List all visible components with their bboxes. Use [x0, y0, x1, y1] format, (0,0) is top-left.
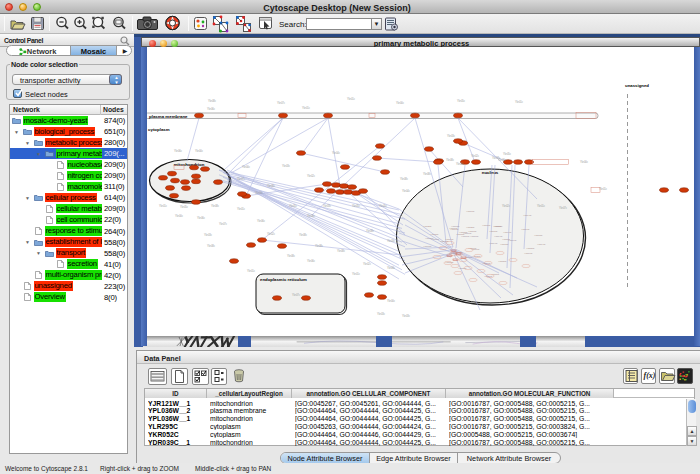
svg-text:Ykr02c: Ykr02c — [502, 204, 511, 208]
svg-text:Ykr06c: Ykr06c — [307, 214, 316, 218]
svg-text:Ykr08c: Ykr08c — [287, 254, 296, 258]
svg-text:Search:: Search: — [279, 20, 307, 29]
svg-text:Ynl15w: Ynl15w — [498, 260, 506, 263]
svg-text:Ykr08c: Ykr08c — [400, 177, 409, 181]
svg-text:Ynl12w: Ynl12w — [466, 226, 474, 229]
svg-text:Ynl15w: Ynl15w — [526, 247, 534, 250]
svg-text:Ynl18w: Ynl18w — [458, 267, 466, 270]
svg-text:Ykr07c: Ykr07c — [559, 206, 568, 210]
svg-text:Ykr01c: Ykr01c — [352, 272, 361, 276]
svg-text:Ykr08c: Ykr08c — [423, 172, 432, 176]
svg-text:Ynl12w: Ynl12w — [423, 225, 431, 228]
svg-text:Ynl11w: Ynl11w — [502, 238, 510, 241]
svg-text:Ykr05c: Ykr05c — [289, 204, 298, 208]
svg-text:Ykr00c: Ykr00c — [175, 214, 184, 218]
svg-text:Ynl14w: Ynl14w — [503, 231, 511, 234]
svg-text:Ynl11w: Ynl11w — [493, 225, 501, 228]
svg-text:unassigned: unassigned — [625, 83, 649, 88]
svg-text:Ynl19w: Ynl19w — [445, 238, 453, 241]
svg-text:Ykr08c: Ykr08c — [337, 249, 346, 253]
svg-text:Ynl10w: Ynl10w — [450, 228, 458, 231]
svg-text:Ykr08c: Ykr08c — [211, 204, 220, 208]
svg-text:Ykr03c: Ykr03c — [282, 164, 291, 168]
svg-text:Ykr02c: Ykr02c — [267, 232, 276, 236]
svg-text:Ykr00c: Ykr00c — [195, 149, 204, 153]
svg-text:Ykr00c: Ykr00c — [396, 101, 405, 105]
svg-text:Ynl11w: Ynl11w — [431, 238, 439, 241]
svg-text:Ykr08c: Ykr08c — [366, 229, 375, 233]
svg-text:Ykr00c: Ykr00c — [387, 299, 396, 303]
svg-text:Ykr02c: Ykr02c — [307, 174, 316, 178]
svg-text:Ykr07c: Ykr07c — [219, 222, 228, 226]
svg-text:Ykr02c: Ykr02c — [471, 154, 480, 158]
svg-text:Ykr01c: Ykr01c — [302, 106, 311, 110]
svg-text:Ynl19w: Ynl19w — [521, 228, 529, 231]
svg-text:Ynl18w: Ynl18w — [456, 233, 464, 236]
svg-text:Ynl17w: Ynl17w — [482, 224, 490, 227]
svg-text:Ykr08c: Ykr08c — [208, 99, 217, 103]
svg-text:Ykr05c: Ykr05c — [457, 99, 466, 103]
svg-text:Ykr01c: Ykr01c — [537, 204, 546, 208]
svg-text:Ykr05c: Ykr05c — [180, 205, 189, 209]
svg-text:Ynl14w: Ynl14w — [537, 243, 545, 246]
svg-text:Ykr01c: Ykr01c — [247, 269, 256, 273]
svg-text:Ykr04c: Ykr04c — [456, 162, 465, 166]
svg-text:Ykr07c: Ykr07c — [237, 177, 246, 181]
svg-text:Ykr07c: Ykr07c — [277, 101, 286, 105]
svg-text:Ynl17w: Ynl17w — [489, 230, 497, 233]
svg-text:Ykr06c: Ykr06c — [207, 107, 216, 111]
svg-text:endoplasmic reticulum: endoplasmic reticulum — [260, 277, 307, 282]
svg-text:Ykr06c: Ykr06c — [174, 149, 183, 153]
svg-text:cytoplasm: cytoplasm — [148, 127, 170, 132]
svg-text:Ykr04c: Ykr04c — [402, 189, 411, 193]
svg-text:Ykr08c: Ykr08c — [299, 233, 308, 237]
svg-text:Ykr01c: Ykr01c — [347, 97, 356, 101]
svg-text:Ykr01c: Ykr01c — [159, 204, 168, 208]
svg-text:Ykr08c: Ykr08c — [267, 184, 276, 188]
svg-text:Ynl13w: Ynl13w — [500, 243, 508, 246]
svg-text:Ynl14w: Ynl14w — [523, 214, 531, 217]
svg-text:Ykr03c: Ykr03c — [387, 239, 396, 243]
svg-text:Ykr05c: Ykr05c — [352, 204, 361, 208]
svg-text:Ykr03c: Ykr03c — [377, 312, 386, 316]
svg-text:Ynl18w: Ynl18w — [430, 233, 438, 236]
svg-text:Ykr03c: Ykr03c — [402, 314, 411, 318]
svg-text:Ykr03c: Ykr03c — [204, 233, 213, 237]
svg-text:Ynl14w: Ynl14w — [489, 242, 497, 245]
svg-text:Ykr08c: Ykr08c — [446, 158, 455, 162]
svg-text:Ykr05c: Ykr05c — [379, 204, 388, 208]
svg-text:Ykr06c: Ykr06c — [498, 158, 507, 162]
svg-text:Ynl16w: Ynl16w — [471, 248, 479, 251]
svg-text:Ykr00c: Ykr00c — [242, 165, 251, 169]
svg-text:Ykr02c: Ykr02c — [363, 262, 372, 266]
svg-text:nucleus: nucleus — [482, 170, 499, 175]
svg-text:Ykr01c: Ykr01c — [515, 100, 524, 104]
svg-text:Ynl19w: Ynl19w — [524, 252, 532, 255]
svg-text:Ynl13w: Ynl13w — [534, 234, 542, 237]
svg-text:Ykr03c: Ykr03c — [255, 191, 264, 195]
svg-text:Ykr08c: Ykr08c — [207, 244, 216, 248]
svg-text:Ynl10w: Ynl10w — [468, 230, 476, 233]
svg-text:Ykr04c: Ykr04c — [332, 151, 341, 155]
svg-text:Ykr05c: Ykr05c — [503, 152, 512, 156]
svg-text:Ykr06c: Ykr06c — [307, 259, 316, 263]
svg-text:Ynl10w: Ynl10w — [466, 210, 474, 213]
svg-text:Ykr08c: Ykr08c — [315, 244, 324, 248]
svg-text:Ykr03c: Ykr03c — [387, 266, 396, 270]
svg-text:Ynl13w: Ynl13w — [423, 245, 431, 248]
svg-text:Ykr00c: Ykr00c — [580, 160, 589, 164]
svg-text:Ykr06c: Ykr06c — [197, 216, 206, 220]
svg-text:plasma membrane: plasma membrane — [149, 114, 188, 119]
svg-text:Ykr03c: Ykr03c — [323, 204, 332, 208]
svg-text:Ykr03c: Ykr03c — [447, 134, 456, 138]
svg-text:Ykr01c: Ykr01c — [237, 207, 246, 211]
svg-text:Ykr07c: Ykr07c — [292, 293, 301, 297]
svg-text:Ynl10w: Ynl10w — [470, 235, 478, 238]
svg-text:Ykr01c: Ykr01c — [599, 187, 608, 191]
svg-text:Ykr06c: Ykr06c — [257, 219, 266, 223]
